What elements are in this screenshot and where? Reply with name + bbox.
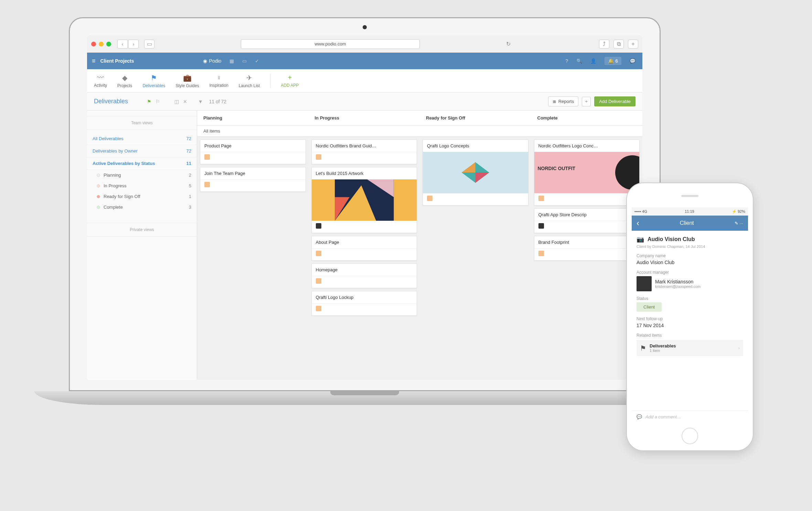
followup-value: 17 Nov 2014	[637, 323, 743, 328]
tab-projects[interactable]: ◆Projects	[117, 74, 132, 88]
address-bar[interactable]: www.podio.com	[241, 39, 420, 49]
card-meta	[312, 248, 417, 260]
reports-button[interactable]: ≣Reports	[548, 96, 579, 106]
phone-mockup: ••••• 4G 11:19 ⚡ 92% ‹ Client ✎ ··· 📷 Au…	[626, 182, 754, 451]
card-meta	[200, 152, 306, 164]
record-title: Audio Vision Club	[648, 236, 695, 242]
column-header: In Progress	[309, 111, 420, 125]
podio-icon: ◉	[203, 58, 207, 64]
status-ready[interactable]: Ready for Sign Off1	[87, 191, 197, 202]
window-controls[interactable]	[91, 42, 111, 46]
new-tab-button[interactable]: +	[628, 40, 638, 49]
apps-icon[interactable]: ▦	[229, 58, 234, 64]
company-label: Company name	[637, 253, 743, 258]
card-meta	[312, 303, 417, 315]
sidebar-toggle-icon[interactable]: ▭	[144, 40, 154, 49]
chat-icon[interactable]: 💬	[630, 58, 635, 64]
card[interactable]: Brand Footprint	[534, 236, 640, 261]
manager-label: Account manager	[637, 270, 743, 275]
layout-icon[interactable]: ◫	[174, 99, 179, 104]
avatar	[316, 278, 321, 284]
related-item[interactable]: ⚑ Deliverables 1 item ›	[637, 340, 743, 356]
card-image: NORDIC OUTFIT	[534, 152, 640, 193]
avatar	[538, 223, 544, 229]
card[interactable]: Join The Team Page	[200, 167, 306, 192]
view-by-owner[interactable]: Deliverables by Owner72	[87, 145, 197, 157]
tasks-icon[interactable]: ✓	[255, 58, 259, 64]
comment-bar[interactable]: 💬 Add a comment…	[632, 410, 748, 423]
card-title: Join The Team Page	[200, 167, 306, 179]
card[interactable]: Nordic Outfitters Brand Guid…	[311, 139, 417, 164]
phone-title: Client	[680, 220, 694, 226]
card[interactable]: Qrafti App Store Descrip	[534, 208, 640, 233]
podio-logo[interactable]: ◉ Podio	[203, 58, 222, 64]
tab-deliverables[interactable]: ⚑Deliverables	[142, 74, 165, 88]
view-active-by-status[interactable]: Active Deliverables by Status11	[87, 157, 197, 170]
more-button[interactable]: +	[582, 97, 591, 106]
board-column: Qrafti Logo Concepts	[420, 137, 531, 319]
pin-outline-icon[interactable]: ⚐	[156, 99, 160, 104]
diamond-icon: ◆	[122, 74, 127, 82]
avatar	[427, 196, 432, 201]
manager-card[interactable]: Mark Kristiansson kristensen@zaxspeed.co…	[637, 276, 743, 291]
tabs-icon[interactable]: ⧉	[613, 40, 624, 49]
search-icon[interactable]: 🔍	[576, 58, 582, 64]
close-icon[interactable]	[91, 42, 96, 46]
laptop-mockup: ‹ › ▭ www.podio.com ↻ ⤴ ⧉ + ≡ Client Pro…	[69, 17, 661, 405]
refresh-icon[interactable]: ↻	[506, 41, 511, 47]
add-deliverable-button[interactable]: Add Deliverable	[594, 96, 635, 106]
avatar	[316, 306, 321, 311]
chevron-right-icon: ›	[738, 345, 740, 351]
maximize-icon[interactable]	[106, 42, 111, 46]
filter-icon[interactable]: ▼	[198, 99, 203, 104]
wrench-icon[interactable]: ✕	[183, 99, 187, 104]
column-header: Complete	[531, 111, 643, 125]
status-badge[interactable]: Client	[637, 302, 662, 312]
card-title: Qrafti Logo Lockup	[312, 291, 417, 303]
card-title: About Page	[312, 236, 417, 248]
card[interactable]: Qrafti Logo Lockup	[311, 291, 417, 316]
home-button[interactable]	[682, 428, 698, 444]
avatar	[316, 154, 321, 160]
team-views-header: Team views	[87, 116, 197, 130]
card[interactable]: Product Page	[200, 139, 306, 164]
forward-button[interactable]: ›	[128, 40, 139, 49]
tab-activity[interactable]: 〰Activity	[94, 74, 107, 88]
card-title: Homepage	[312, 264, 417, 276]
avatar	[538, 196, 544, 201]
card[interactable]: Nordic Outfitters Logo Conc…NORDIC OUTFI…	[534, 139, 640, 206]
card[interactable]: Homepage	[311, 263, 417, 288]
workspace-title[interactable]: Client Projects	[100, 58, 134, 64]
help-icon[interactable]: ?	[566, 58, 568, 64]
rocket-icon: ✈	[246, 74, 252, 82]
avatar	[637, 276, 652, 291]
card[interactable]: Let's Build 2015 Artwork	[311, 167, 417, 233]
phone-status-bar: ••••• 4G 11:19 ⚡ 92%	[632, 207, 748, 216]
add-app-button[interactable]: +ADD APP	[270, 74, 299, 88]
menu-icon[interactable]: ≡	[87, 58, 100, 65]
card[interactable]: Qrafti Logo Concepts	[423, 139, 528, 206]
tab-style-guides[interactable]: 💼Style Guides	[175, 74, 199, 88]
app-tabs: 〰Activity ◆Projects ⚑Deliverables 💼Style…	[87, 69, 642, 93]
status-planning[interactable]: Planning2	[87, 170, 197, 180]
tab-inspiration[interactable]: ♀Inspiration	[209, 74, 228, 88]
edit-icon[interactable]: ✎ ···	[735, 221, 743, 226]
status-complete[interactable]: Complete3	[87, 202, 197, 212]
back-button[interactable]: ‹	[637, 218, 639, 228]
share-icon[interactable]: ⤴	[599, 40, 609, 49]
card[interactable]: About Page	[311, 236, 417, 261]
battery-icon: ⚡	[732, 209, 737, 213]
card-title: Qrafti Logo Concepts	[423, 140, 528, 152]
user-icon[interactable]: 👤	[590, 58, 596, 64]
all-items-row[interactable]: All items	[197, 126, 642, 137]
calendar-icon[interactable]: ▭	[242, 58, 247, 64]
status-label: Status	[637, 296, 743, 301]
view-all-deliverables[interactable]: All Deliverables72	[87, 133, 197, 145]
kanban-board: Planning In Progress Ready for Sign Off …	[197, 111, 642, 380]
back-button[interactable]: ‹	[117, 40, 128, 49]
minimize-icon[interactable]	[99, 42, 104, 46]
status-in-progress[interactable]: In Progress5	[87, 180, 197, 191]
notification-badge[interactable]: 🔔 6	[605, 57, 621, 65]
pin-icon[interactable]: ⚑	[147, 99, 151, 104]
tab-launch-list[interactable]: ✈Launch List	[239, 74, 260, 88]
